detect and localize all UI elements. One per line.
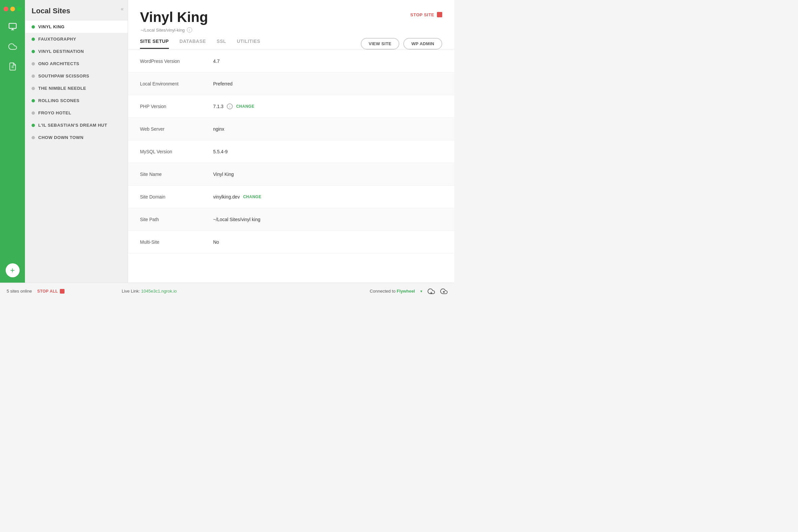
view-site-button[interactable]: VIEW SITE <box>361 38 399 50</box>
settings-row: Multi-SiteNo <box>128 231 454 253</box>
site-status-dot <box>32 136 35 139</box>
site-name-label: THE NIMBLE NEEDLE <box>38 86 86 91</box>
close-button[interactable] <box>4 7 8 11</box>
settings-row: Site Domainvinylking.devCHANGE <box>128 186 454 208</box>
sites-icon[interactable] <box>0 17 25 37</box>
site-title: Vinyl King <box>140 9 208 25</box>
sidebar-site-item[interactable]: THE NIMBLE NEEDLE <box>25 82 128 94</box>
settings-value: No <box>213 240 219 245</box>
sidebar-site-item[interactable]: ONO ARCHITECTS <box>25 58 128 70</box>
settings-row: PHP Version7.1.3iCHANGE <box>128 95 454 118</box>
flywheel-label: Flywheel <box>397 289 415 293</box>
site-list: VINYL KINGFAUXTOGRAPHYVINYL DESTINATIONO… <box>25 21 128 283</box>
settings-row: Web Servernginx <box>128 118 454 140</box>
site-status-dot <box>32 25 35 28</box>
stop-site-label: STOP SITE <box>410 12 434 17</box>
sidebar-site-item[interactable]: L'IL SEBASTIAN'S DREAM HUT <box>25 119 128 131</box>
tab-ssl[interactable]: SSL <box>216 39 226 49</box>
bottom-bar: 5 sites online STOP ALL Live Link: 1045e… <box>0 283 454 299</box>
connected-label: Connected to Flywheel <box>370 289 415 293</box>
stop-all-button[interactable]: STOP ALL <box>37 289 64 293</box>
live-link-label: Live Link: <box>122 289 140 293</box>
settings-label: Multi-Site <box>140 240 213 245</box>
stop-all-label: STOP ALL <box>37 289 58 293</box>
site-path: ~/Local Sites/vinyl-king i <box>140 27 208 33</box>
sidebar-site-item[interactable]: CHOW DOWN TOWN <box>25 131 128 144</box>
site-name-label: CHOW DOWN TOWN <box>38 135 83 140</box>
live-link-url[interactable]: 1045e3c1.ngrok.io <box>141 289 177 293</box>
settings-value: Vinyl King <box>213 172 234 177</box>
settings-label: Site Domain <box>140 194 213 200</box>
tab-utilities[interactable]: UTILITIES <box>237 39 260 49</box>
tab-site-setup[interactable]: SITE SETUP <box>140 39 169 49</box>
tab-actions: VIEW SITEWP ADMIN <box>361 38 442 50</box>
settings-value-text: nginx <box>213 126 224 132</box>
settings-value-text: 5.5.4-9 <box>213 149 228 154</box>
settings-label: Local Environment <box>140 81 213 87</box>
main-header: Vinyl King ~/Local Sites/vinyl-king i ST… <box>128 0 454 33</box>
icon-bar-bottom: + <box>6 263 20 283</box>
settings-value: ~/Local Sites/vinyl king <box>213 217 260 222</box>
site-name-label: ONO ARCHITECTS <box>38 61 79 66</box>
php-change-link[interactable]: CHANGE <box>236 104 254 109</box>
stop-all-icon <box>60 289 64 293</box>
settings-value: vinylking.devCHANGE <box>213 194 261 200</box>
sidebar-site-item[interactable]: SOUTHPAW SCISSORS <box>25 70 128 82</box>
settings-row: Local EnvironmentPreferred <box>128 73 454 95</box>
site-status-dot <box>32 124 35 127</box>
tab-database[interactable]: DATABASE <box>179 39 206 49</box>
domain-change-link[interactable]: CHANGE <box>243 194 261 199</box>
wp-admin-button[interactable]: WP ADMIN <box>403 38 442 50</box>
add-site-button[interactable]: + <box>6 263 20 277</box>
settings-row: Site Path~/Local Sites/vinyl king <box>128 208 454 231</box>
flywheel-dropdown-icon[interactable]: ▾ <box>420 289 422 293</box>
maximize-button[interactable] <box>17 7 22 11</box>
site-name-label: L'IL SEBASTIAN'S DREAM HUT <box>38 123 107 128</box>
site-status-dot <box>32 50 35 53</box>
cloud-icon[interactable] <box>0 37 25 57</box>
php-version-info-icon[interactable]: i <box>227 103 233 109</box>
icon-bar: + <box>0 0 25 283</box>
sites-online-count: 5 sites online <box>7 289 32 293</box>
site-info: Vinyl King ~/Local Sites/vinyl-king i <box>140 9 208 33</box>
path-info-icon[interactable]: i <box>187 27 192 33</box>
sidebar-site-item[interactable]: VINYL KING <box>25 21 128 33</box>
cloud-download-icon[interactable] <box>428 288 435 295</box>
settings-value-text: vinylking.dev <box>213 194 240 200</box>
settings-value-text: 7.1.3 <box>213 104 224 109</box>
extensions-icon[interactable] <box>0 57 25 76</box>
site-name-label: VINYL DESTINATION <box>38 49 84 54</box>
main-content: Vinyl King ~/Local Sites/vinyl-king i ST… <box>128 0 454 283</box>
settings-label: Web Server <box>140 126 213 132</box>
site-status-dot <box>32 87 35 90</box>
settings-label: Site Name <box>140 172 213 177</box>
site-name-label: FAUXTOGRAPHY <box>38 37 76 41</box>
sidebar-site-item[interactable]: VINYL DESTINATION <box>25 45 128 58</box>
stop-site-icon <box>437 12 442 17</box>
settings-value-text: No <box>213 240 219 245</box>
bottom-main: Live Link: 1045e3c1.ngrok.io <box>110 289 370 293</box>
settings-value: nginx <box>213 126 224 132</box>
sidebar-header-row: Local Sites « <box>25 0 128 21</box>
settings-value-text: ~/Local Sites/vinyl king <box>213 217 260 222</box>
cloud-upload-icon[interactable] <box>440 288 448 295</box>
bottom-right: Connected to Flywheel ▾ <box>370 288 448 295</box>
sidebar-site-item[interactable]: FAUXTOGRAPHY <box>25 33 128 45</box>
settings-value: 4.7 <box>213 58 220 64</box>
minimize-button[interactable] <box>10 7 15 11</box>
sidebar-site-item[interactable]: FROYO HOTEL <box>25 107 128 119</box>
stop-site-button[interactable]: STOP SITE <box>410 12 442 17</box>
settings-row: Site NameVinyl King <box>128 163 454 186</box>
settings-label: MySQL Version <box>140 149 213 154</box>
settings-value-text: Preferred <box>213 81 232 87</box>
settings-label: Site Path <box>140 217 213 222</box>
settings-value-text: Vinyl King <box>213 172 234 177</box>
settings-label: PHP Version <box>140 104 213 109</box>
settings-table: WordPress Version4.7Local EnvironmentPre… <box>128 50 454 283</box>
site-name-label: SOUTHPAW SCISSORS <box>38 74 89 78</box>
sidebar-site-item[interactable]: ROLLING SCONES <box>25 94 128 107</box>
collapse-sidebar-button[interactable]: « <box>121 6 124 12</box>
bottom-sites-online: 5 sites online STOP ALL <box>7 289 110 293</box>
site-status-dot <box>32 75 35 78</box>
settings-value: 5.5.4-9 <box>213 149 228 154</box>
